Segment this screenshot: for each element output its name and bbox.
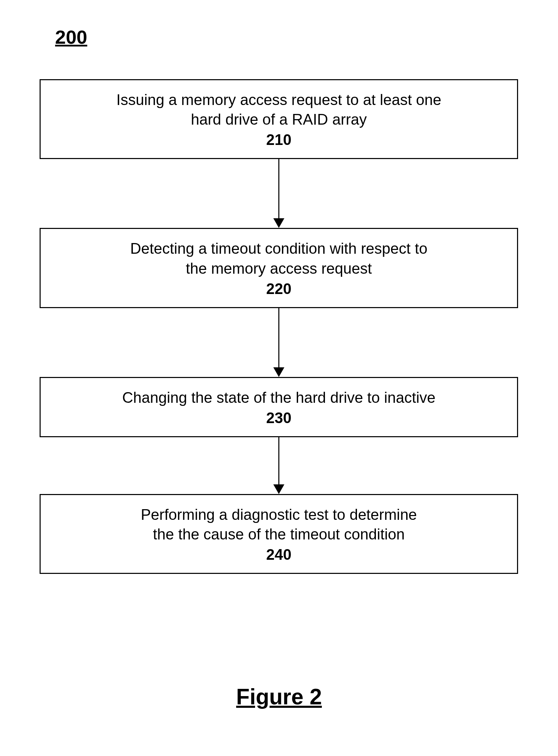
flowchart: Issuing a memory access request to at le… [40, 79, 518, 574]
step-ref: 210 [51, 131, 507, 148]
step-ref: 230 [51, 409, 507, 427]
step-text: Performing a diagnostic test to determin… [51, 505, 507, 544]
step-text-line2: the the cause of the timeout condition [153, 526, 404, 543]
step-text: Detecting a timeout condition with respe… [51, 239, 507, 278]
step-text-line1: Performing a diagnostic test to determin… [141, 506, 417, 523]
step-text: Issuing a memory access request to at le… [51, 90, 507, 129]
arrow-down-icon [40, 159, 518, 228]
step-text-line2: the memory access request [186, 260, 372, 277]
flow-step-230: Changing the state of the hard drive to … [40, 377, 518, 437]
flow-step-240: Performing a diagnostic test to determin… [40, 494, 518, 574]
arrow-down-icon [40, 437, 518, 494]
step-text-line2: hard drive of a RAID array [191, 111, 367, 128]
step-text-line1: Detecting a timeout condition with respe… [130, 240, 427, 257]
step-ref: 220 [51, 280, 507, 297]
step-text-line1: Issuing a memory access request to at le… [116, 91, 441, 108]
step-text: Changing the state of the hard drive to … [51, 388, 507, 407]
step-ref: 240 [51, 546, 507, 563]
page: 200 Issuing a memory access request to a… [0, 0, 558, 756]
flow-step-210: Issuing a memory access request to at le… [40, 79, 518, 159]
arrow-down-icon [40, 308, 518, 377]
figure-number-label: 200 [55, 26, 87, 48]
flow-step-220: Detecting a timeout condition with respe… [40, 228, 518, 308]
step-text-line1: Changing the state of the hard drive to … [122, 389, 435, 406]
figure-caption: Figure 2 [0, 684, 558, 710]
